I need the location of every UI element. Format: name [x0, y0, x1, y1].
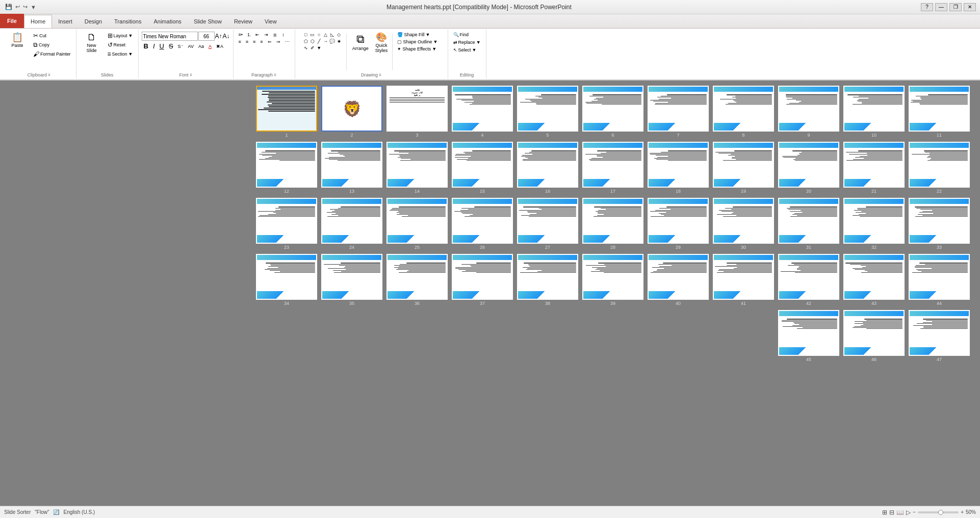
line-shape[interactable]: ╱ [316, 38, 322, 44]
reset-button[interactable]: ↺ Reset [106, 41, 135, 49]
oval-shape[interactable]: ○ [316, 32, 322, 38]
shape-fill-button[interactable]: 🪣 Shape Fill ▼ [395, 32, 440, 38]
slide-thumb-11[interactable]: 11 [909, 86, 970, 138]
slide-thumb-7[interactable]: 7 [648, 86, 709, 138]
slide-thumb-28[interactable]: 28 [582, 198, 643, 250]
tab-design[interactable]: Design [79, 15, 108, 28]
slide-thumb-31[interactable]: 31 [778, 198, 839, 250]
diamond-shape[interactable]: ◇ [336, 32, 342, 38]
star-shape[interactable]: ★ [336, 38, 342, 44]
clear-format-button[interactable]: ✖A [214, 43, 225, 49]
cut-button[interactable]: ✂ Cut [31, 32, 73, 40]
slide-thumb-20[interactable]: 20 [778, 142, 839, 194]
find-button[interactable]: 🔍 Find [451, 32, 471, 38]
hex-shape[interactable]: ⬡ [310, 38, 316, 44]
slide-thumb-25[interactable]: 25 [386, 198, 448, 250]
slideshow-icon[interactable]: ▷ [906, 509, 911, 516]
zoom-level[interactable]: 50% [966, 509, 976, 515]
strikethrough-button[interactable]: S [167, 42, 175, 50]
convert-smartart-button[interactable]: ⋯ [283, 39, 292, 45]
refresh-icon[interactable]: 🔄 [53, 509, 59, 515]
slide-thumb-19[interactable]: 19 [713, 142, 774, 194]
line-spacing-button[interactable]: ↕ [280, 32, 287, 38]
slide-thumb-16[interactable]: 16 [517, 142, 578, 194]
shape-effects-button[interactable]: ✦ Shape Effects ▼ [395, 46, 440, 52]
right-triangle-shape[interactable]: ◺ [329, 32, 336, 38]
triangle-shape[interactable]: △ [323, 32, 329, 38]
undo-btn[interactable]: ↩ [14, 4, 21, 10]
slide-thumb-13[interactable]: 13 [321, 142, 382, 194]
section-button[interactable]: ≡ Section ▼ [106, 50, 135, 58]
rounded-rect-shape[interactable]: ▭ [310, 32, 316, 38]
clipboard-expand-icon[interactable]: ⧖ [48, 73, 50, 77]
bold-button[interactable]: B [142, 42, 150, 50]
slide-thumb-5[interactable]: 5 [517, 86, 578, 138]
font-name-input[interactable] [142, 32, 198, 41]
slide-thumb-47[interactable]: 47 [909, 310, 970, 362]
slide-thumb-40[interactable]: 40 [648, 254, 709, 306]
tab-view[interactable]: View [259, 15, 283, 28]
decrease-indent-button[interactable]: ⇤ [253, 32, 262, 38]
rect-shape[interactable]: □ [303, 32, 309, 38]
tab-insert[interactable]: Insert [52, 15, 79, 28]
arrange-button[interactable]: ⧉ Arrange [349, 32, 372, 52]
copy-button[interactable]: ⧉ Copy [31, 41, 73, 49]
slide-thumb-17[interactable]: 17 [582, 142, 643, 194]
customize-btn[interactable]: ▼ [30, 4, 37, 10]
slide-thumb-3[interactable]: خلاصهکتاب مدیریتبر قلبها 3 [386, 86, 448, 138]
tab-home[interactable]: Home [24, 15, 52, 28]
slide-thumb-41[interactable]: 41 [713, 254, 774, 306]
slide-thumb-22[interactable]: 22 [909, 142, 970, 194]
slide-thumb-12[interactable]: 12 [256, 142, 317, 194]
font-size-decrease[interactable]: A↓ [223, 33, 230, 40]
tab-file[interactable]: File [0, 14, 24, 28]
slide-thumb-30[interactable]: 30 [713, 198, 774, 250]
underline-button[interactable]: U [158, 42, 166, 50]
increase-indent-button[interactable]: ⇥ [262, 32, 270, 38]
drawing-expand-icon[interactable]: ⧖ [379, 73, 381, 77]
zoom-slider[interactable] [918, 511, 959, 513]
font-size-increase[interactable]: A↑ [215, 33, 222, 40]
zoom-out-btn[interactable]: − [913, 509, 916, 515]
slide-thumb-23[interactable]: 23 [256, 198, 317, 250]
slide-thumb-29[interactable]: 29 [648, 198, 709, 250]
redo-btn[interactable]: ↪ [22, 4, 29, 10]
slide-thumb-1[interactable]: 1 [256, 86, 317, 138]
arrow-shape[interactable]: → [323, 38, 329, 44]
slide-thumb-33[interactable]: 33 [909, 198, 970, 250]
slide-sorter-area[interactable]: 11 10 9 [0, 81, 980, 506]
font-expand-icon[interactable]: ⧖ [190, 73, 192, 77]
slide-thumb-21[interactable]: 21 [843, 142, 905, 194]
more-shapes-btn[interactable]: ▼ [316, 45, 322, 51]
bullets-button[interactable]: ≡• [237, 32, 245, 38]
italic-button[interactable]: I [151, 42, 157, 50]
close-btn[interactable]: ✕ [964, 3, 976, 11]
slide-sorter-icon[interactable]: ⊟ [889, 509, 894, 516]
format-painter-button[interactable]: 🖌 Format Painter [31, 50, 73, 58]
rtl-button[interactable]: ⇐ [266, 39, 274, 45]
slide-thumb-14[interactable]: 14 [386, 142, 448, 194]
change-case-button[interactable]: Aa [196, 43, 206, 49]
slide-thumb-24[interactable]: 24 [321, 198, 382, 250]
slide-thumb-10[interactable]: 10 [843, 86, 905, 138]
tab-transitions[interactable]: Transitions [108, 15, 147, 28]
replace-button[interactable]: ⇄ Replace ▼ [451, 39, 483, 45]
slide-thumb-39[interactable]: 39 [582, 254, 643, 306]
slide-thumb-35[interactable]: 35 [321, 254, 382, 306]
slide-thumb-9[interactable]: 9 [778, 86, 839, 138]
ltr-button[interactable]: ⇒ [274, 39, 282, 45]
shadow-button[interactable]: S⁻ [176, 43, 186, 49]
paste-button[interactable]: 📋 Paste [5, 32, 30, 49]
tab-review[interactable]: Review [228, 15, 259, 28]
slide-thumb-36[interactable]: 36 [386, 254, 448, 306]
quick-styles-button[interactable]: 🎨 QuickStyles [373, 32, 390, 54]
select-button[interactable]: ↖ Select ▼ [451, 47, 479, 53]
justify-button[interactable]: ≡ [258, 39, 265, 45]
layout-button[interactable]: ⊞ Layout ▼ [106, 32, 135, 40]
curve-shape[interactable]: ∿ [303, 45, 309, 51]
normal-view-icon[interactable]: ⊞ [882, 509, 887, 516]
slide-thumb-44[interactable]: 44 [909, 254, 970, 306]
tab-animations[interactable]: Animations [147, 15, 187, 28]
paragraph-expand-icon[interactable]: ⧖ [274, 73, 276, 77]
slide-thumb-45[interactable]: 45 [778, 310, 839, 362]
